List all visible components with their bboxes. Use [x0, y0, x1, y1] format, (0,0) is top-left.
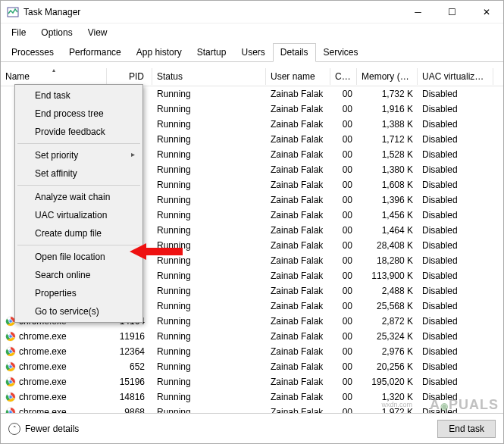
svg-point-3: [9, 320, 13, 324]
cell-user: Zainab Falak: [266, 117, 330, 131]
cell-user: Zainab Falak: [266, 299, 330, 313]
cell-cpu: 00: [330, 390, 357, 404]
cell-uac: Disabled: [418, 284, 493, 298]
cell-uac: Disabled: [418, 360, 493, 374]
ctx-end-process-tree[interactable]: End process tree: [17, 105, 141, 123]
fewer-details-button[interactable]: ˄ Fewer details: [8, 423, 79, 435]
chrome-icon: [5, 361, 16, 372]
cell-user: Zainab Falak: [266, 224, 330, 237]
cell-user: Zainab Falak: [266, 284, 330, 298]
ctx-provide-feedback[interactable]: Provide feedback: [17, 123, 141, 141]
context-menu: End task End process tree Provide feedba…: [14, 84, 143, 323]
cell-user: Zainab Falak: [266, 254, 330, 267]
ctx-create-dump-file[interactable]: Create dump file: [17, 224, 141, 242]
cell-uac: Disabled: [418, 269, 493, 283]
close-button[interactable]: ✕: [469, 1, 503, 23]
ctx-search-online[interactable]: Search online: [17, 266, 141, 284]
ctx-set-affinity[interactable]: Set affinity: [17, 164, 141, 183]
ctx-open-file-location[interactable]: Open file location: [17, 248, 141, 266]
cell-uac: Disabled: [418, 117, 493, 131]
svg-point-18: [9, 396, 13, 399]
cell-uac: Disabled: [418, 208, 493, 222]
header-username[interactable]: User name: [266, 68, 330, 85]
svg-marker-25: [130, 243, 183, 260]
cell-cpu: 00: [330, 178, 357, 192]
cell-mem: 1,712 K: [357, 133, 418, 146]
taskmanager-icon: [7, 6, 19, 18]
cell-cpu: 00: [330, 269, 357, 283]
watermark-url: wxdn.com: [381, 401, 412, 408]
cell-user: Zainab Falak: [266, 193, 330, 207]
maximize-button[interactable]: ☐: [435, 1, 469, 23]
menu-options[interactable]: Options: [35, 25, 78, 40]
table-row[interactable]: chrome.exe652RunningZainab Falak0020,256…: [1, 359, 503, 374]
cell-pid: 12364: [107, 345, 152, 358]
cell-status: Running: [152, 133, 266, 146]
header-status[interactable]: Status: [152, 68, 266, 85]
cell-cpu: 00: [330, 208, 357, 222]
cell-cpu: 00: [330, 314, 357, 328]
menubar: File Options View: [1, 23, 503, 42]
ctx-analyze-wait-chain[interactable]: Analyze wait chain: [17, 188, 141, 206]
cell-status: Running: [152, 269, 266, 283]
svg-point-12: [9, 365, 13, 369]
cell-user: Zainab Falak: [266, 102, 330, 116]
header-name[interactable]: Name: [1, 68, 107, 85]
cell-cpu: 00: [330, 224, 357, 237]
cell-uac: Disabled: [418, 254, 493, 267]
ctx-set-priority[interactable]: Set priority: [17, 146, 141, 164]
annotation-arrow-icon: [130, 242, 183, 264]
tab-performance[interactable]: Performance: [61, 43, 129, 61]
fewer-details-label: Fewer details: [25, 424, 79, 434]
cell-user: Zainab Falak: [266, 345, 330, 358]
header-uac[interactable]: UAC virtualizat...: [418, 68, 493, 85]
cell-user: Zainab Falak: [266, 87, 330, 101]
cell-cpu: 00: [330, 87, 357, 101]
ctx-uac-virtualization[interactable]: UAC virtualization: [17, 206, 141, 224]
cell-status: Running: [152, 148, 266, 161]
table-row[interactable]: chrome.exe14816RunningZainab Falak001,32…: [1, 389, 503, 405]
tab-services[interactable]: Services: [316, 43, 366, 61]
tab-apphistory[interactable]: App history: [129, 43, 189, 61]
cell-cpu: 00: [330, 254, 357, 267]
tab-details[interactable]: Details: [273, 43, 316, 62]
cell-status: Running: [152, 208, 266, 222]
minimize-button[interactable]: ─: [401, 1, 435, 23]
ctx-go-to-services[interactable]: Go to service(s): [17, 302, 141, 320]
cell-uac: Disabled: [418, 163, 493, 177]
end-task-button[interactable]: End task: [437, 420, 496, 438]
tab-startup[interactable]: Startup: [189, 43, 234, 61]
ctx-properties[interactable]: Properties: [17, 284, 141, 302]
cell-cpu: 00: [330, 148, 357, 161]
cell-user: Zainab Falak: [266, 375, 330, 389]
table-row[interactable]: chrome.exe12364RunningZainab Falak002,97…: [1, 344, 503, 359]
cell-status: Running: [152, 375, 266, 389]
ctx-separator: [17, 185, 140, 186]
tab-processes[interactable]: Processes: [4, 43, 61, 61]
cell-uac: Disabled: [418, 87, 493, 101]
ctx-end-task[interactable]: End task: [17, 86, 141, 105]
header-memory[interactable]: Memory (a...: [357, 68, 418, 85]
menu-view[interactable]: View: [82, 25, 114, 40]
table-row[interactable]: chrome.exe11916RunningZainab Falak0025,3…: [1, 329, 503, 344]
tabs: Processes Performance App history Startu…: [1, 43, 503, 62]
cell-status: Running: [152, 87, 266, 101]
cell-uac: Disabled: [418, 193, 493, 207]
cell-mem: 1,732 K: [357, 87, 418, 101]
cell-status: Running: [152, 314, 266, 328]
header-pid[interactable]: PID: [107, 68, 152, 85]
cell-user: Zainab Falak: [266, 390, 330, 404]
chrome-icon: [5, 377, 16, 387]
tab-users[interactable]: Users: [233, 43, 272, 61]
cell-status: Running: [152, 163, 266, 177]
cell-cpu: 00: [330, 345, 357, 358]
cell-user: Zainab Falak: [266, 330, 330, 343]
cell-user: Zainab Falak: [266, 269, 330, 283]
cell-status: Running: [152, 299, 266, 313]
menu-file[interactable]: File: [5, 25, 32, 40]
header-cpu[interactable]: CPU: [330, 68, 357, 85]
cell-uac: Disabled: [418, 314, 493, 328]
table-row[interactable]: chrome.exe15196RunningZainab Falak00195,…: [1, 374, 503, 389]
cell-uac: Disabled: [418, 239, 493, 252]
cell-uac: Disabled: [418, 375, 493, 389]
